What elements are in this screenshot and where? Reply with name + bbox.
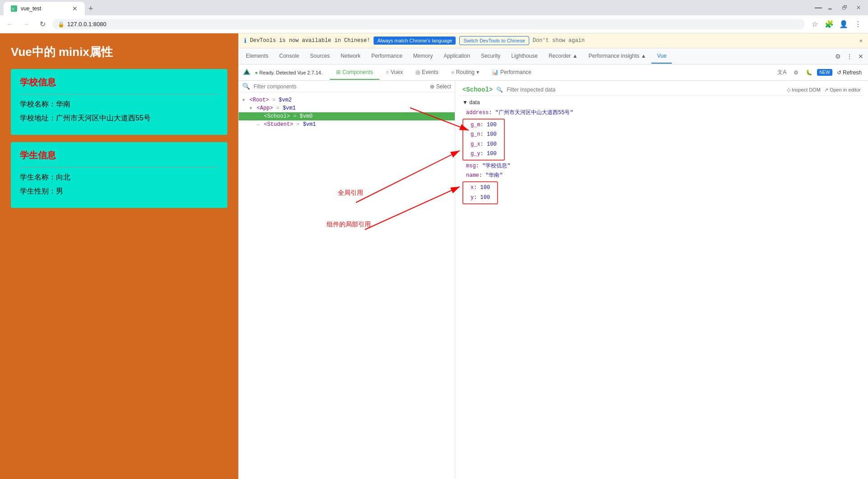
performance-icon: 📊 <box>492 69 499 75</box>
inspector-search-icon: 🔍 <box>496 87 503 93</box>
close-button[interactable]: ✕ <box>853 3 864 13</box>
address-bar[interactable]: 🔒 127.0.0.1:8080 <box>52 19 805 29</box>
vue-tab-events[interactable]: ◎ Events <box>409 65 445 80</box>
vue-tab-vuex[interactable]: ○ Vuex <box>379 65 409 80</box>
profile-button[interactable]: 👤 <box>837 18 850 31</box>
data-row-msg: msg: "学校信息" <box>462 161 861 171</box>
select-component-button[interactable]: ⊕ Select <box>430 83 451 90</box>
expand-icon-root[interactable]: ▼ <box>242 98 248 103</box>
inspector-search-input[interactable] <box>507 87 783 93</box>
student-name-row: 学生名称：向北 <box>20 173 218 182</box>
devtools-settings-button[interactable]: ⚙ <box>832 51 844 62</box>
expand-icon-student[interactable]: — <box>257 122 262 127</box>
component-search-input[interactable] <box>254 83 426 90</box>
vue-toolbar-right: 文A ⚙ 🐛 NEW ↺ Refresh <box>775 67 864 78</box>
tab-recorder[interactable]: Recorder ▲ <box>543 49 583 64</box>
settings-button[interactable]: ⚙ <box>791 68 801 78</box>
vue-ready-indicator: ● <box>255 70 258 75</box>
vue-status: ● Ready. Detected Vue 2.7.14. <box>255 70 323 75</box>
dont-show-link[interactable]: Don't show again <box>533 37 585 44</box>
expand-icon-school[interactable]: — <box>257 114 262 119</box>
browser-window: V vue_test ✕ + — 🗕 🗗 ✕ ← → ↻ 🔒 127.0.0.1… <box>0 0 868 479</box>
vue-logo-icon <box>242 68 251 77</box>
tab-lighthouse[interactable]: Lighthouse <box>506 49 543 64</box>
vue-tab-performance[interactable]: 📊 Performance <box>485 65 538 80</box>
notification-close-button[interactable]: ✕ <box>859 37 863 44</box>
tab-elements[interactable]: Elements <box>240 49 274 64</box>
active-tab[interactable]: V vue_test ✕ <box>4 2 85 15</box>
info-icon: ℹ <box>244 37 246 45</box>
data-row-address: address: "广州市天河区中山大道西55号" <box>462 108 861 118</box>
title-bar: V vue_test ✕ + — 🗕 🗗 ✕ <box>0 0 868 15</box>
refresh-button[interactable]: ↺ Refresh <box>834 68 864 78</box>
vue-status-text: Ready. Detected Vue 2.7.14. <box>259 70 323 75</box>
switch-chinese-button[interactable]: Switch DevTools to Chinese <box>459 36 529 45</box>
data-row-name: name: "华南" <box>462 171 861 180</box>
window-controls: — 🗕 🗗 ✕ <box>815 3 864 13</box>
extension-button[interactable]: 🧩 <box>823 18 836 31</box>
global-mixin-highlight-box: g_m: 100 g_n: 100 g_x: 100 g_y: 100 <box>462 119 505 161</box>
tree-node-school[interactable]: — <School> = $vm0 <box>239 112 455 120</box>
inspector-component-name: <School> <box>462 86 493 93</box>
translate-button[interactable]: 文A <box>775 67 789 78</box>
routing-icon: ⟐ <box>451 69 454 75</box>
tab-security[interactable]: Security <box>476 49 506 64</box>
match-language-button[interactable]: Always match Chrome's language <box>374 37 456 45</box>
forward-button[interactable]: → <box>20 18 32 31</box>
tree-node-root[interactable]: ▼ <Root> = $vm2 <box>239 96 455 104</box>
devtools-tabs: Elements Console Sources Network Perform… <box>239 48 868 64</box>
vuex-icon: ○ <box>386 69 389 75</box>
devtools-more-button[interactable]: ⋮ <box>844 51 855 62</box>
school-card-title: 学校信息 <box>20 76 218 88</box>
open-editor-button[interactable]: ↗ Open in editor <box>824 87 861 93</box>
tree-node-student[interactable]: — <Student> = $vm1 <box>239 120 455 129</box>
window-minimize-icon: — <box>815 4 822 12</box>
tree-search-icon: 🔍 <box>242 83 250 90</box>
back-button[interactable]: ← <box>4 18 16 31</box>
new-tab-button[interactable]: + <box>85 2 97 15</box>
data-row-y: y: 100 <box>467 193 494 203</box>
data-row-x: x: 100 <box>467 183 494 193</box>
inspect-dom-button[interactable]: ◇ Inspect DOM <box>787 87 821 93</box>
inspector-header: <School> 🔍 ◇ Inspect DOM ↗ Open in edito… <box>459 84 864 96</box>
events-icon: ◎ <box>416 69 420 75</box>
data-row-gy: g_y: 100 <box>467 149 500 159</box>
tab-vue[interactable]: Vue <box>651 49 672 64</box>
student-gender-row: 学生性别：男 <box>20 187 218 196</box>
data-row-gx: g_x: 100 <box>467 140 500 149</box>
school-address-row: 学校地址：广州市天河区中山大道西55号 <box>20 114 218 123</box>
main-area: Vue中的 minix属性 学校信息 学校名称：华南 学校地址：广州市天河区中山… <box>0 33 868 479</box>
tab-memory[interactable]: Memory <box>408 49 438 64</box>
expand-icon-app[interactable]: ▼ <box>249 106 255 111</box>
tab-performance[interactable]: Performance <box>366 49 408 64</box>
maximize-button[interactable]: 🗗 <box>838 3 851 13</box>
refresh-icon: ↺ <box>837 69 841 76</box>
minimize-button[interactable]: 🗕 <box>824 3 836 13</box>
tab-close-button[interactable]: ✕ <box>72 5 78 12</box>
tab-performance-insights[interactable]: Performance insights ▲ <box>583 49 652 64</box>
notification-text: DevTools is now available in Chinese! <box>250 37 370 44</box>
tree-node-app[interactable]: ▼ <App> = $vm1 <box>239 104 455 112</box>
bookmark-button[interactable]: ☆ <box>808 18 821 31</box>
menu-button[interactable]: ⋮ <box>852 18 864 31</box>
tab-console[interactable]: Console <box>274 49 305 64</box>
devtools-close-button[interactable]: ✕ <box>855 51 866 62</box>
student-card-title: 学生信息 <box>20 149 218 161</box>
tab-sources[interactable]: Sources <box>305 49 335 64</box>
tab-application[interactable]: Application <box>438 49 476 64</box>
app-title: Vue中的 minix属性 <box>11 44 227 60</box>
bug-button[interactable]: 🐛 <box>803 68 815 78</box>
nav-right-icons: ☆ 🧩 👤 ⋮ <box>808 18 864 31</box>
address-text: 127.0.0.1:8080 <box>67 21 799 28</box>
devtools-panel: ℹ DevTools is now available in Chinese! … <box>238 33 868 479</box>
refresh-nav-button[interactable]: ↻ <box>36 18 49 31</box>
local-mixin-highlight-box: x: 100 y: 100 <box>462 181 498 204</box>
tab-network[interactable]: Network <box>335 49 366 64</box>
vue-tab-routing[interactable]: ⟐ Routing ▾ <box>445 65 485 80</box>
vue-tab-components[interactable]: ⊞ Components <box>330 65 379 80</box>
data-row-gm: g_m: 100 <box>467 120 500 130</box>
svg-text:V: V <box>12 7 14 11</box>
vue-tab-group: ⊞ Components ○ Vuex ◎ Events ⟐ Routing <box>330 65 538 80</box>
tree-toolbar: 🔍 ⊕ Select <box>239 81 455 92</box>
student-info-card: 学生信息 学生名称：向北 学生性别：男 <box>11 142 227 208</box>
